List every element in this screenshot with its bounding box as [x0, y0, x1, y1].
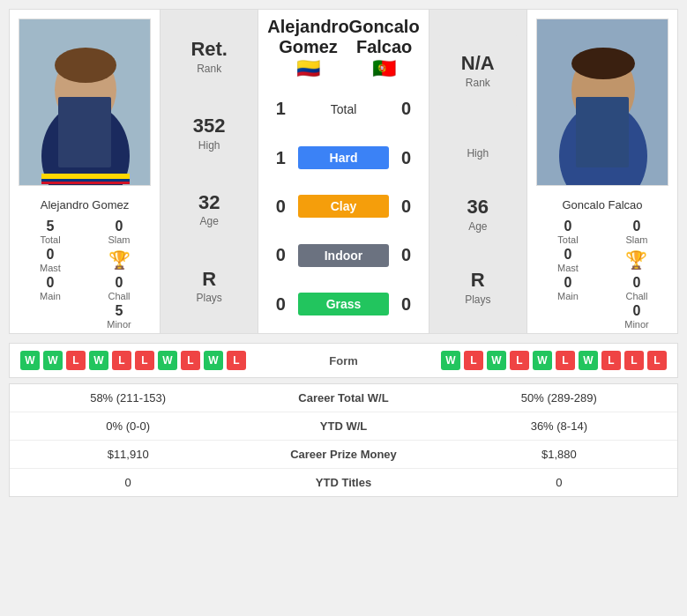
form-right: WLWLWLWLLL [388, 351, 668, 370]
stat-mast-right: 0 Mast [534, 247, 601, 273]
stats-row: 0 YTD Titles 0 [10, 469, 677, 496]
stat-minor-right: 0 Minor [603, 303, 670, 330]
player-right-block: Goncalo Falcao 0 Total 0 Slam 0 Mast 🏆 [527, 10, 677, 333]
stats-label-0: Career Total W/L [235, 391, 451, 404]
player-right-name: Goncalo Falcao [558, 195, 646, 215]
form-badge-left: W [43, 351, 63, 370]
trophy-icon-right: 🏆 [625, 249, 647, 271]
center-scores: Alejandro Gomez 🇨🇴 Goncalo Falcao 🇵🇹 1 T… [258, 10, 428, 333]
flag-left: 🇨🇴 [267, 57, 348, 80]
svg-rect-7 [41, 179, 130, 182]
form-badge-right: W [533, 351, 552, 370]
form-badge-right: L [601, 351, 621, 370]
svg-point-13 [571, 48, 635, 79]
stats-right-0: 50% (289-289) [452, 391, 667, 404]
stat-chall-left: 0 Chall [86, 275, 153, 301]
form-badge-left: L [112, 351, 131, 370]
flag-right: 🇵🇹 [349, 57, 420, 80]
form-badge-right: L [464, 351, 483, 370]
player-left-photo: HEAD [19, 19, 151, 186]
form-badge-left: W [89, 351, 108, 370]
svg-point-4 [55, 48, 116, 83]
score-rows: 1 Total 0 1 Hard 0 0 Clay 0 0 Indoor [258, 80, 428, 333]
stats-left-2: $11,910 [20, 448, 235, 461]
stats-row: 0% (0-0) YTD W/L 36% (8-14) [10, 412, 677, 441]
stats-left-0: 58% (211-153) [20, 391, 235, 404]
stat-chall-right: 0 Chall [603, 275, 670, 301]
high-left: 352 High [193, 114, 226, 152]
form-badge-right: W [487, 351, 506, 370]
form-badge-left: L [135, 351, 154, 370]
stats-row: 58% (211-153) Career Total W/L 50% (289-… [10, 384, 677, 412]
player-comparison: HEAD Alejandro Gomez 5 Total 0 Slam [9, 9, 678, 334]
age-left: 32 Age [198, 190, 220, 229]
form-badge-right: W [441, 351, 460, 370]
stats-right-3: 0 [452, 476, 667, 489]
form-badge-left: L [227, 351, 246, 370]
player-right-name-center: Goncalo Falcao 🇵🇹 [349, 17, 420, 80]
score-row-hard: 1 Hard 0 [258, 143, 428, 173]
trophy-right: 🏆 [603, 247, 670, 273]
score-row-total: 1 Total 0 [258, 94, 428, 124]
stats-left-3: 0 [20, 476, 235, 489]
player-left-name-center: Alejandro Gomez 🇨🇴 [267, 17, 348, 80]
svg-rect-0 [19, 19, 151, 186]
stat-minor-left: 5 Minor [86, 303, 153, 330]
surface-hard: Hard [298, 146, 388, 169]
form-badge-right: W [579, 351, 598, 370]
surface-indoor: Indoor [298, 244, 388, 267]
plays-left: R Plays [197, 267, 222, 306]
rank-right: N/A Rank [438, 35, 518, 106]
stats-label-1: YTD W/L [235, 419, 451, 433]
form-section: WWLWLLWLWL Form WLWLWLWLLL [9, 343, 678, 378]
score-row-clay: 0 Clay 0 [258, 191, 428, 221]
form-badge-right: L [624, 351, 644, 370]
svg-text:HEAD: HEAD [68, 157, 93, 167]
form-badge-right: L [510, 351, 529, 370]
stats-right-2: $1,880 [452, 448, 667, 461]
form-badge-right: L [647, 351, 667, 370]
stats-row: $11,910 Career Prize Money $1,880 [10, 441, 677, 469]
middle-left-stats: Ret. Rank 352 High 32 Age R Plays [160, 10, 258, 333]
player-left-stats: 5 Total 0 Slam 0 Mast 🏆 0 Main [10, 215, 160, 333]
svg-point-14 [579, 99, 628, 125]
svg-rect-9 [537, 19, 668, 186]
trophy-left: 🏆 [86, 247, 153, 273]
form-badge-left: W [20, 351, 40, 370]
player-right-photo [536, 19, 668, 186]
rank-left: Ret. Rank [190, 37, 228, 76]
svg-rect-8 [41, 182, 130, 184]
form-label: Form [300, 354, 388, 367]
stats-left-1: 0% (0-0) [20, 419, 235, 433]
form-badge-left: L [181, 351, 200, 370]
svg-rect-6 [41, 174, 130, 179]
stat-total-left: 5 Total [17, 219, 84, 245]
main-container: HEAD Alejandro Gomez 5 Total 0 Slam [0, 0, 687, 506]
player-left-block: HEAD Alejandro Gomez 5 Total 0 Slam [10, 10, 160, 333]
age-right: 36 Age [467, 195, 489, 234]
stats-label-3: YTD Titles [235, 476, 451, 489]
stats-table: 58% (211-153) Career Total W/L 50% (289-… [9, 383, 678, 497]
form-badge-left: W [158, 351, 177, 370]
form-left: WWLWLLWLWL [20, 351, 300, 370]
stat-main-left: 0 Main [17, 275, 84, 301]
svg-rect-2 [75, 112, 96, 134]
form-badge-right: L [556, 351, 575, 370]
stat-total-right: 0 Total [534, 219, 601, 245]
stat-slam-right: 0 Slam [603, 219, 670, 245]
high-right: High [467, 147, 489, 161]
middle-right-stats: N/A Rank High 36 Age R Plays [429, 10, 527, 333]
surface-clay: Clay [298, 195, 388, 218]
stat-slam-left: 0 Slam [86, 219, 153, 245]
stat-mast-left: 0 Mast [17, 247, 84, 273]
player-left-name: Alejandro Gomez [37, 195, 132, 215]
form-badge-left: L [66, 351, 86, 370]
trophy-icon-left: 🏆 [108, 249, 131, 271]
stats-right-1: 36% (8-14) [452, 419, 667, 433]
plays-right: R Plays [465, 268, 490, 307]
player-right-stats: 0 Total 0 Slam 0 Mast 🏆 0 Main [527, 215, 677, 333]
stat-main-right: 0 Main [534, 275, 601, 301]
svg-rect-11 [593, 112, 614, 134]
surface-grass: Grass [298, 293, 388, 315]
stats-label-2: Career Prize Money [235, 448, 451, 461]
